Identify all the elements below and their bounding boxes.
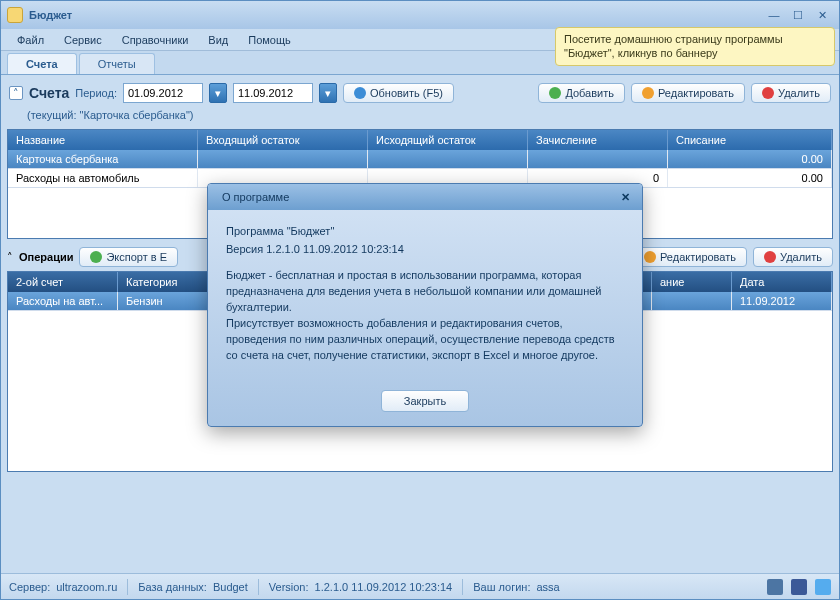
cell-date: 11.09.2012 <box>732 292 832 310</box>
facebook-icon[interactable] <box>791 579 807 595</box>
col-credit[interactable]: Зачисление <box>528 130 668 150</box>
menu-service[interactable]: Сервис <box>54 31 112 49</box>
refresh-label: Обновить (F5) <box>370 87 443 99</box>
accounts-add-button[interactable]: Добавить <box>538 83 625 103</box>
cell-out <box>368 150 528 168</box>
collapse-ops-icon[interactable]: ˄ <box>7 251 13 264</box>
accounts-grid-head: Название Входящий остаток Исходящий оста… <box>8 130 832 150</box>
excel-icon <box>90 251 102 263</box>
about-ver: Версия 1.2.1.0 11.09.2012 10:23:14 <box>226 242 624 258</box>
delete-label: Удалить <box>780 251 822 263</box>
edit-label: Редактировать <box>658 87 734 99</box>
titlebar: Бюджет — ☐ ✕ <box>1 1 839 29</box>
pencil-icon <box>642 87 654 99</box>
pencil-icon <box>644 251 656 263</box>
about-close-button[interactable]: Закрыть <box>381 390 469 412</box>
col-acc2[interactable]: 2-ой счет <box>8 272 118 292</box>
cell-credit <box>528 150 668 168</box>
accounts-edit-button[interactable]: Редактировать <box>631 83 745 103</box>
plus-icon <box>549 87 561 99</box>
close-button[interactable]: ✕ <box>811 6 833 24</box>
delete-icon <box>764 251 776 263</box>
accounts-title: Счета <box>29 85 69 101</box>
col-in[interactable]: Входящий остаток <box>198 130 368 150</box>
vk-icon[interactable] <box>767 579 783 595</box>
cell-c5 <box>652 292 732 310</box>
about-body: Программа "Бюджет" Версия 1.2.1.0 11.09.… <box>208 210 642 390</box>
tab-reports[interactable]: Отчеты <box>79 53 155 74</box>
menu-references[interactable]: Справочники <box>112 31 199 49</box>
col-out[interactable]: Исходящий остаток <box>368 130 528 150</box>
cell-acc2: Расходы на авт... <box>8 292 118 310</box>
date-from-input[interactable] <box>123 83 203 103</box>
period-label: Период: <box>75 87 117 99</box>
cell-debit: 0.00 <box>668 169 832 187</box>
accounts-header: ˄ Счета Период: ▾ ▾ Обновить (F5) Добави… <box>7 81 833 105</box>
refresh-icon <box>354 87 366 99</box>
about-close-icon[interactable]: ✕ <box>616 188 634 206</box>
edit-label: Редактировать <box>660 251 736 263</box>
accounts-delete-button[interactable]: Удалить <box>751 83 831 103</box>
add-label: Добавить <box>565 87 614 99</box>
col-debit[interactable]: Списание <box>668 130 832 150</box>
about-desc: Бюджет - бесплатная и простая в использо… <box>226 268 624 364</box>
date-from-dropdown-icon[interactable]: ▾ <box>209 83 227 103</box>
minimize-button[interactable]: — <box>763 6 785 24</box>
ops-title: Операции <box>19 251 73 263</box>
col-name[interactable]: Название <box>8 130 198 150</box>
app-window: Бюджет — ☐ ✕ Файл Сервис Справочники Вид… <box>0 0 840 600</box>
about-titlebar: О программе ✕ <box>208 184 642 210</box>
close-label: Закрыть <box>404 395 446 407</box>
statusbar: Сервер: ultrazoom.ru База данных: Budget… <box>1 573 839 599</box>
status-server-label: Сервер: <box>9 581 50 593</box>
delete-label: Удалить <box>778 87 820 99</box>
refresh-button[interactable]: Обновить (F5) <box>343 83 454 103</box>
col-date[interactable]: Дата <box>732 272 832 292</box>
tab-accounts[interactable]: Счета <box>7 53 77 74</box>
status-login: assa <box>536 581 559 593</box>
app-icon <box>7 7 23 23</box>
about-footer: Закрыть <box>208 390 642 426</box>
twitter-icon[interactable] <box>815 579 831 595</box>
about-dialog: О программе ✕ Программа "Бюджет" Версия … <box>207 183 643 427</box>
status-login-label: Ваш логин: <box>473 581 530 593</box>
app-title: Бюджет <box>29 9 761 21</box>
menu-help[interactable]: Помощь <box>238 31 301 49</box>
ops-delete-button[interactable]: Удалить <box>753 247 833 267</box>
col-cat[interactable]: Категория <box>118 272 208 292</box>
col-c5[interactable]: ание <box>652 272 732 292</box>
cell-name: Расходы на автомобиль <box>8 169 198 187</box>
about-prog: Программа "Бюджет" <box>226 224 624 240</box>
current-account-label: (текущий: "Карточка сбербанка") <box>7 109 833 125</box>
maximize-button[interactable]: ☐ <box>787 6 809 24</box>
menubar: Файл Сервис Справочники Вид Помощь Посет… <box>1 29 839 51</box>
status-db: Budget <box>213 581 248 593</box>
cell-name: Карточка сбербанка <box>8 150 198 168</box>
ops-export-button[interactable]: Экспорт в E <box>79 247 178 267</box>
export-label: Экспорт в E <box>106 251 167 263</box>
menu-file[interactable]: Файл <box>7 31 54 49</box>
collapse-accounts-icon[interactable]: ˄ <box>9 86 23 100</box>
cell-in <box>198 150 368 168</box>
table-row[interactable]: Карточка сбербанка 0.00 <box>8 150 832 169</box>
cell-debit: 0.00 <box>668 150 832 168</box>
ops-edit-button[interactable]: Редактировать <box>633 247 747 267</box>
date-to-dropdown-icon[interactable]: ▾ <box>319 83 337 103</box>
status-server: ultrazoom.ru <box>56 581 117 593</box>
date-to-input[interactable] <box>233 83 313 103</box>
hint-banner[interactable]: Посетите домашнюю страницу программы "Бю… <box>555 27 835 66</box>
status-version: 1.2.1.0 11.09.2012 10:23:14 <box>315 581 453 593</box>
delete-icon <box>762 87 774 99</box>
cell-cat: Бензин <box>118 292 208 310</box>
status-version-label: Version: <box>269 581 309 593</box>
about-title-text: О программе <box>222 191 289 203</box>
menu-view[interactable]: Вид <box>198 31 238 49</box>
status-db-label: База данных: <box>138 581 207 593</box>
